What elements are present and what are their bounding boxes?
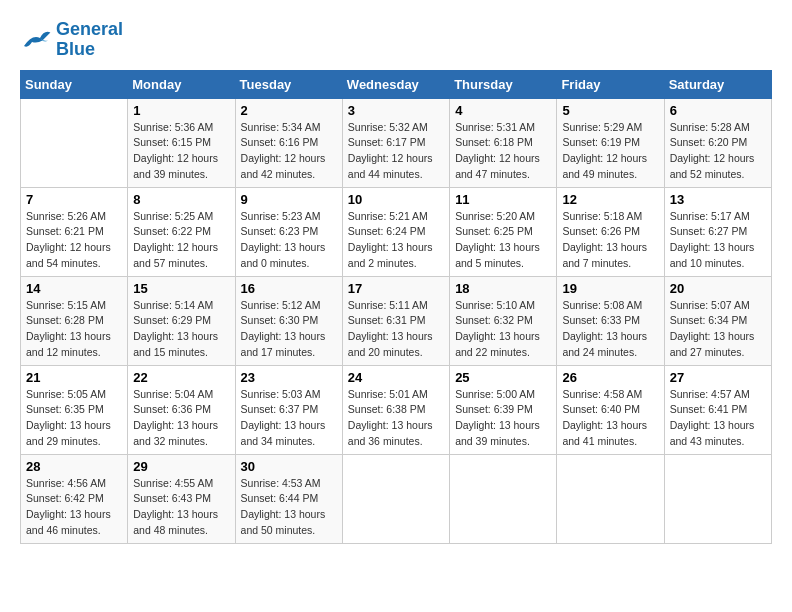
calendar-cell — [664, 454, 771, 543]
page-header: General Blue — [20, 20, 772, 60]
day-number: 8 — [133, 192, 229, 207]
calendar-cell: 14Sunrise: 5:15 AMSunset: 6:28 PMDayligh… — [21, 276, 128, 365]
day-info: Sunrise: 5:15 AMSunset: 6:28 PMDaylight:… — [26, 298, 122, 361]
calendar-header: SundayMondayTuesdayWednesdayThursdayFrid… — [21, 70, 772, 98]
calendar-cell: 16Sunrise: 5:12 AMSunset: 6:30 PMDayligh… — [235, 276, 342, 365]
day-number: 20 — [670, 281, 766, 296]
day-info: Sunrise: 4:58 AMSunset: 6:40 PMDaylight:… — [562, 387, 658, 450]
day-number: 17 — [348, 281, 444, 296]
calendar-cell: 2Sunrise: 5:34 AMSunset: 6:16 PMDaylight… — [235, 98, 342, 187]
calendar-cell: 29Sunrise: 4:55 AMSunset: 6:43 PMDayligh… — [128, 454, 235, 543]
day-info: Sunrise: 5:01 AMSunset: 6:38 PMDaylight:… — [348, 387, 444, 450]
calendar-cell: 9Sunrise: 5:23 AMSunset: 6:23 PMDaylight… — [235, 187, 342, 276]
calendar-cell: 1Sunrise: 5:36 AMSunset: 6:15 PMDaylight… — [128, 98, 235, 187]
day-info: Sunrise: 4:55 AMSunset: 6:43 PMDaylight:… — [133, 476, 229, 539]
day-number: 19 — [562, 281, 658, 296]
calendar-cell: 30Sunrise: 4:53 AMSunset: 6:44 PMDayligh… — [235, 454, 342, 543]
calendar-cell — [21, 98, 128, 187]
day-info: Sunrise: 5:08 AMSunset: 6:33 PMDaylight:… — [562, 298, 658, 361]
calendar-cell: 23Sunrise: 5:03 AMSunset: 6:37 PMDayligh… — [235, 365, 342, 454]
day-info: Sunrise: 5:26 AMSunset: 6:21 PMDaylight:… — [26, 209, 122, 272]
day-info: Sunrise: 5:12 AMSunset: 6:30 PMDaylight:… — [241, 298, 337, 361]
day-info: Sunrise: 4:53 AMSunset: 6:44 PMDaylight:… — [241, 476, 337, 539]
calendar-week: 28Sunrise: 4:56 AMSunset: 6:42 PMDayligh… — [21, 454, 772, 543]
logo: General Blue — [20, 20, 123, 60]
day-number: 5 — [562, 103, 658, 118]
day-info: Sunrise: 5:07 AMSunset: 6:34 PMDaylight:… — [670, 298, 766, 361]
calendar-cell: 28Sunrise: 4:56 AMSunset: 6:42 PMDayligh… — [21, 454, 128, 543]
day-info: Sunrise: 5:05 AMSunset: 6:35 PMDaylight:… — [26, 387, 122, 450]
calendar-cell: 7Sunrise: 5:26 AMSunset: 6:21 PMDaylight… — [21, 187, 128, 276]
weekday-header: Friday — [557, 70, 664, 98]
day-number: 18 — [455, 281, 551, 296]
day-number: 23 — [241, 370, 337, 385]
calendar-cell — [557, 454, 664, 543]
day-info: Sunrise: 5:36 AMSunset: 6:15 PMDaylight:… — [133, 120, 229, 183]
calendar-cell: 19Sunrise: 5:08 AMSunset: 6:33 PMDayligh… — [557, 276, 664, 365]
day-number: 24 — [348, 370, 444, 385]
day-number: 15 — [133, 281, 229, 296]
weekday-header: Sunday — [21, 70, 128, 98]
calendar-cell: 4Sunrise: 5:31 AMSunset: 6:18 PMDaylight… — [450, 98, 557, 187]
calendar-cell: 27Sunrise: 4:57 AMSunset: 6:41 PMDayligh… — [664, 365, 771, 454]
weekday-header: Saturday — [664, 70, 771, 98]
day-info: Sunrise: 5:14 AMSunset: 6:29 PMDaylight:… — [133, 298, 229, 361]
calendar-cell: 12Sunrise: 5:18 AMSunset: 6:26 PMDayligh… — [557, 187, 664, 276]
calendar-cell: 21Sunrise: 5:05 AMSunset: 6:35 PMDayligh… — [21, 365, 128, 454]
calendar-week: 21Sunrise: 5:05 AMSunset: 6:35 PMDayligh… — [21, 365, 772, 454]
calendar-cell: 25Sunrise: 5:00 AMSunset: 6:39 PMDayligh… — [450, 365, 557, 454]
day-number: 9 — [241, 192, 337, 207]
day-number: 26 — [562, 370, 658, 385]
day-info: Sunrise: 5:20 AMSunset: 6:25 PMDaylight:… — [455, 209, 551, 272]
weekday-header: Thursday — [450, 70, 557, 98]
calendar-cell: 3Sunrise: 5:32 AMSunset: 6:17 PMDaylight… — [342, 98, 449, 187]
day-number: 16 — [241, 281, 337, 296]
day-info: Sunrise: 4:56 AMSunset: 6:42 PMDaylight:… — [26, 476, 122, 539]
day-number: 13 — [670, 192, 766, 207]
day-number: 7 — [26, 192, 122, 207]
calendar-cell: 22Sunrise: 5:04 AMSunset: 6:36 PMDayligh… — [128, 365, 235, 454]
day-info: Sunrise: 5:32 AMSunset: 6:17 PMDaylight:… — [348, 120, 444, 183]
day-number: 11 — [455, 192, 551, 207]
logo-text: General Blue — [56, 20, 123, 60]
day-number: 29 — [133, 459, 229, 474]
calendar-cell: 8Sunrise: 5:25 AMSunset: 6:22 PMDaylight… — [128, 187, 235, 276]
day-number: 25 — [455, 370, 551, 385]
calendar-cell: 10Sunrise: 5:21 AMSunset: 6:24 PMDayligh… — [342, 187, 449, 276]
weekday-header: Monday — [128, 70, 235, 98]
day-info: Sunrise: 4:57 AMSunset: 6:41 PMDaylight:… — [670, 387, 766, 450]
day-info: Sunrise: 5:28 AMSunset: 6:20 PMDaylight:… — [670, 120, 766, 183]
day-number: 22 — [133, 370, 229, 385]
day-info: Sunrise: 5:10 AMSunset: 6:32 PMDaylight:… — [455, 298, 551, 361]
calendar-body: 1Sunrise: 5:36 AMSunset: 6:15 PMDaylight… — [21, 98, 772, 543]
day-number: 10 — [348, 192, 444, 207]
day-number: 30 — [241, 459, 337, 474]
calendar-cell: 6Sunrise: 5:28 AMSunset: 6:20 PMDaylight… — [664, 98, 771, 187]
day-number: 2 — [241, 103, 337, 118]
day-info: Sunrise: 5:04 AMSunset: 6:36 PMDaylight:… — [133, 387, 229, 450]
day-info: Sunrise: 5:34 AMSunset: 6:16 PMDaylight:… — [241, 120, 337, 183]
calendar-cell: 18Sunrise: 5:10 AMSunset: 6:32 PMDayligh… — [450, 276, 557, 365]
weekday-header: Tuesday — [235, 70, 342, 98]
calendar-cell: 13Sunrise: 5:17 AMSunset: 6:27 PMDayligh… — [664, 187, 771, 276]
calendar-cell: 5Sunrise: 5:29 AMSunset: 6:19 PMDaylight… — [557, 98, 664, 187]
day-number: 14 — [26, 281, 122, 296]
weekday-header: Wednesday — [342, 70, 449, 98]
day-number: 21 — [26, 370, 122, 385]
day-info: Sunrise: 5:23 AMSunset: 6:23 PMDaylight:… — [241, 209, 337, 272]
calendar-cell: 17Sunrise: 5:11 AMSunset: 6:31 PMDayligh… — [342, 276, 449, 365]
day-number: 28 — [26, 459, 122, 474]
calendar-cell: 11Sunrise: 5:20 AMSunset: 6:25 PMDayligh… — [450, 187, 557, 276]
day-number: 4 — [455, 103, 551, 118]
calendar-week: 14Sunrise: 5:15 AMSunset: 6:28 PMDayligh… — [21, 276, 772, 365]
day-info: Sunrise: 5:00 AMSunset: 6:39 PMDaylight:… — [455, 387, 551, 450]
day-info: Sunrise: 5:21 AMSunset: 6:24 PMDaylight:… — [348, 209, 444, 272]
calendar-cell — [450, 454, 557, 543]
day-number: 6 — [670, 103, 766, 118]
calendar-cell: 26Sunrise: 4:58 AMSunset: 6:40 PMDayligh… — [557, 365, 664, 454]
calendar-cell: 24Sunrise: 5:01 AMSunset: 6:38 PMDayligh… — [342, 365, 449, 454]
day-number: 1 — [133, 103, 229, 118]
calendar-week: 1Sunrise: 5:36 AMSunset: 6:15 PMDaylight… — [21, 98, 772, 187]
calendar-week: 7Sunrise: 5:26 AMSunset: 6:21 PMDaylight… — [21, 187, 772, 276]
calendar-cell: 20Sunrise: 5:07 AMSunset: 6:34 PMDayligh… — [664, 276, 771, 365]
